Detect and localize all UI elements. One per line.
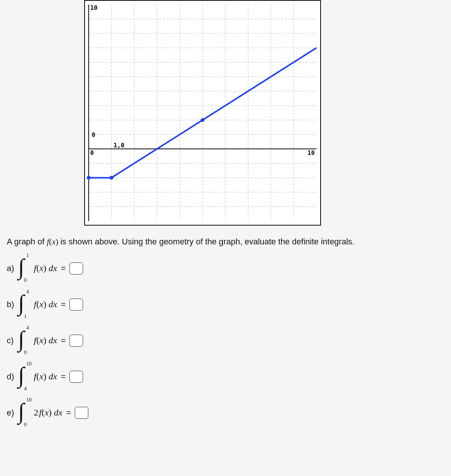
problem-e: e) ∫ 10 0 2f(x) dx =	[7, 399, 451, 426]
integral-expr: ∫ 1 0 f(x) dx	[18, 255, 57, 282]
integral-expr: ∫ 10 0 2f(x) dx	[18, 399, 62, 426]
problem-a: a) ∫ 1 0 f(x) dx =	[7, 255, 451, 282]
lower-limit: 4	[24, 386, 27, 392]
anno-1-0: 1,0	[114, 142, 124, 149]
upper-limit: 4	[26, 289, 29, 295]
upper-limit: 1	[26, 253, 29, 259]
differential: dx	[48, 263, 57, 273]
lower-limit: 0	[24, 277, 27, 283]
differential: dx	[48, 335, 57, 346]
problem-label: d)	[7, 372, 16, 382]
integral-expr: ∫ 10 4 f(x) dx	[18, 363, 57, 390]
coefficient: 2	[34, 408, 38, 417]
x-right-label: 10	[307, 149, 315, 156]
y-zero-label: 0	[92, 131, 95, 138]
lower-limit: 0	[24, 350, 27, 356]
point-1-neg2	[110, 176, 114, 180]
problem-label: a)	[7, 264, 16, 273]
x-zero-label: 0	[90, 149, 94, 156]
problem-c: c) ∫ 4 0 f(x) dx =	[7, 327, 451, 354]
lower-limit: 1	[24, 314, 27, 320]
equals-sign: =	[61, 372, 66, 382]
integral-symbol: ∫ 4 1	[18, 291, 32, 318]
problem-label: e)	[7, 408, 16, 418]
integrand: f(x)	[34, 299, 46, 309]
integrand: f(x)	[34, 371, 46, 382]
problem-label: c)	[7, 336, 16, 346]
problems-list: a) ∫ 1 0 f(x) dx = b) ∫ 4	[7, 255, 451, 426]
equals-sign: =	[66, 408, 71, 418]
instr-suffix: is shown above. Using the geometry of th…	[60, 237, 354, 246]
integrand: f(x)	[34, 263, 46, 273]
page: 10 0 0 10 1,0 A graph of f(x) is shown a…	[0, 0, 451, 450]
answer-input-a[interactable]	[70, 262, 83, 274]
differential: dx	[48, 299, 57, 309]
function-graph: 10 0 0 10 1,0	[84, 0, 321, 226]
integral-symbol: ∫ 4 0	[18, 327, 32, 354]
equals-sign: =	[61, 300, 66, 309]
differential: dx	[54, 408, 62, 418]
integral-expr: ∫ 4 1 f(x) dx	[18, 291, 57, 318]
problem-b: b) ∫ 4 1 f(x) dx =	[7, 291, 451, 318]
equals-sign: =	[61, 336, 66, 346]
integral-symbol: ∫ 10 4	[18, 363, 32, 390]
point-5-2	[201, 118, 204, 122]
answer-input-c[interactable]	[70, 335, 83, 347]
answer-input-e[interactable]	[75, 407, 88, 419]
integrand: f(x)	[34, 335, 46, 346]
answer-input-b[interactable]	[70, 299, 83, 311]
graph-container: 10 0 0 10 1,0	[84, 0, 321, 226]
integral-expr: ∫ 4 0 f(x) dx	[18, 327, 57, 354]
instr-prefix: A graph of	[7, 237, 47, 246]
y-top-label: 10	[90, 4, 97, 11]
integrand: 2f(x)	[34, 408, 51, 418]
equals-sign: =	[61, 264, 66, 273]
differential: dx	[48, 371, 57, 382]
instructions: A graph of f(x) is shown above. Using th…	[7, 236, 451, 247]
problem-label: b)	[7, 300, 16, 309]
answer-input-d[interactable]	[70, 371, 83, 383]
integral-symbol: ∫ 1 0	[18, 255, 32, 282]
point-0-neg2	[87, 176, 91, 180]
problem-d: d) ∫ 10 4 f(x) dx =	[7, 363, 451, 390]
upper-limit: 10	[26, 397, 32, 403]
lower-limit: 0	[24, 422, 27, 428]
instr-fx: f(x)	[47, 237, 60, 246]
upper-limit: 4	[26, 325, 29, 331]
upper-limit: 10	[26, 361, 32, 367]
integral-symbol: ∫ 10 0	[18, 399, 32, 426]
